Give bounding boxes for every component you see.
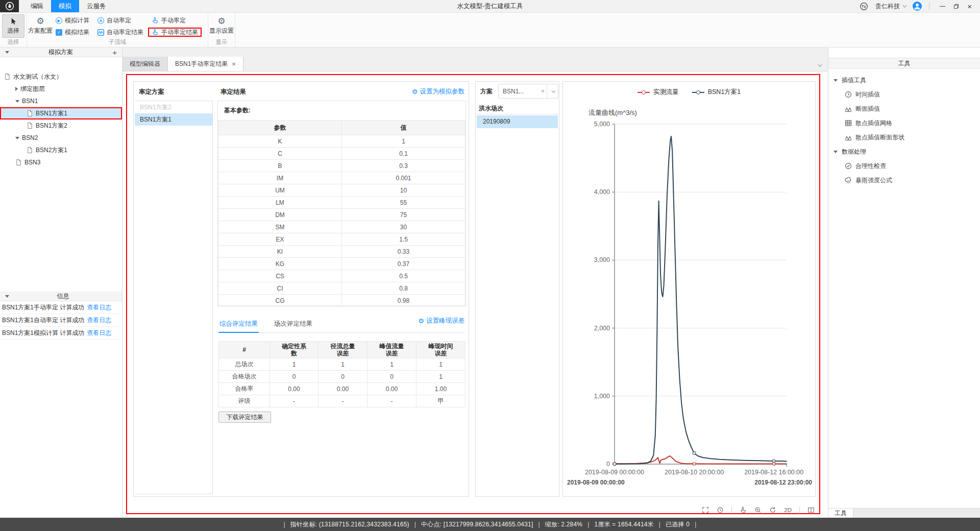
tool-group-数据处理[interactable]: 数据处理 [828,144,980,159]
tree-item-BSN1[interactable]: BSN1 [0,95,122,107]
dropdown-arrow[interactable] [547,84,558,98]
eval-tab-综合评定结果[interactable]: 综合评定结果 [218,318,259,332]
tool-item-暴雨强度公式[interactable]: 暴雨强度公式 [828,173,980,187]
caret-down-icon[interactable] [15,137,19,139]
set-as-sim-params-link[interactable]: ⚙ 设置为模拟参数 [412,87,464,96]
flood-event-20190809[interactable]: 20190809 [477,115,558,128]
display-settings-button[interactable]: ⚙ 显示设置 [210,14,233,38]
column-header: 峰现时间 误差 [416,342,465,358]
menu-item-云服务[interactable]: 云服务 [79,0,114,12]
tool-item-合理性检查[interactable]: 合理性检查 [828,159,980,173]
y-tick-label: 4,000 [594,188,610,196]
plan-select-dropdown[interactable]: BSN1... × [498,84,558,99]
tree-item-BSN3[interactable]: BSN3 [0,156,122,168]
tabbar-chevron-icon[interactable] [818,62,822,66]
tab-BSN1手动率定结果[interactable]: BSN1手动率定结果× [168,57,243,71]
tree-item-BSN2方案1[interactable]: BSN2方案1 [0,144,122,156]
menu-item-模拟[interactable]: 模拟 [51,0,79,12]
table-cell: SM [218,221,342,233]
zoom-in-icon[interactable] [754,506,762,514]
info-panel-title: 信息 [9,292,117,301]
data-marker [772,460,775,463]
sim-calc-button[interactable]: ▶ 模拟计算 [56,16,89,25]
table-row: KI0.33 [218,246,465,258]
eval-tab-场次评定结果[interactable]: 场次评定结果 [273,318,313,332]
toolbar-group-select: 选择 选择 [0,13,27,47]
clear-icon[interactable]: × [539,88,547,95]
view-log-link[interactable]: 查看日志 [87,329,111,337]
tab-模型编辑器[interactable]: 模型编辑器 [122,57,168,71]
sync-status-icon[interactable] [860,2,868,11]
tab-close-icon[interactable]: × [232,60,236,68]
table-cell: CI [218,282,342,295]
company-menu[interactable]: 贵仁科技 [875,2,905,11]
auto-calib-result-button[interactable]: 自动率定结果 [97,28,143,37]
data-marker [693,452,696,455]
restore-button[interactable] [953,4,959,9]
sim-result-button[interactable]: ✓ 模拟结果 [56,28,89,37]
tool-item-时间插值[interactable]: 时间插值 [828,87,980,102]
user-avatar[interactable] [913,2,922,11]
auto-calib-result-label: 自动率定结果 [107,28,143,37]
fullscreen-icon[interactable] [702,506,709,514]
tree-item-BSN1方案2[interactable]: BSN1方案2 [0,119,122,132]
table-cell: 0 [318,371,368,383]
tools-bottom-tab[interactable]: 工具 [828,509,853,518]
tool-item-散点插值网格[interactable]: 散点插值网格 [828,116,980,130]
calib-plan-item-BSN1方案1[interactable]: BSN1方案1 [135,113,212,126]
add-plan-button[interactable]: + [112,49,117,56]
caret-right-icon[interactable] [15,87,18,91]
plan-config-button[interactable]: ⚙ 方案配置 [29,14,52,38]
check-circle-icon [845,162,852,170]
minimize-button[interactable] [940,6,945,7]
tool-group-label: 插值工具 [842,76,866,85]
history-icon[interactable] [717,506,724,514]
info-message: BSN1方案1手动率定 计算成功查看日志 [0,301,122,314]
split-view-icon[interactable] [807,506,815,514]
plan-select-label: 方案 [480,87,493,96]
table-row: IM0.001 [218,172,465,184]
2d-mode-button[interactable]: 2D [784,507,792,513]
tree-item-水文测试（水文）[interactable]: 水文测试（水文） [0,70,122,83]
calib-plan-item-BSN1方案2[interactable]: BSN1方案2 [135,101,212,113]
select-tool-button[interactable]: 选择 [2,14,24,38]
info-panel-header: 信息 [0,292,122,301]
auto-calib-button[interactable]: A 自动率定 [97,16,143,25]
simulation-plan-sidebar: 模拟方案 + 水文测试（水文）绑定图层BSN1BSN1方案1BSN1方案2BSN… [0,47,122,518]
tree-item-BSN2[interactable]: BSN2 [0,132,122,144]
params-table: 参数值 K1C0.1B0.3IM0.001UM10LM55DM75SM30EX1… [218,120,465,307]
tree-item-绑定图层[interactable]: 绑定图层 [0,83,122,95]
chart-range-end: 2019-08-12 23:00:00 [754,479,812,486]
manual-calib-button[interactable]: 手动率定 [152,16,202,25]
tool-item-散点插值断面形状[interactable]: 散点插值断面形状 [828,130,980,144]
collapse-caret-icon[interactable] [5,295,9,298]
circled-a-icon: A [97,17,104,24]
view-log-link[interactable]: 查看日志 [87,303,111,312]
close-button[interactable]: × [967,3,972,10]
flood-events-label: 洪水场次 [479,104,503,113]
pan-hand-icon[interactable] [740,506,747,514]
tree-item-BSN1方案1[interactable]: BSN1方案1 [0,107,122,119]
collapse-caret-icon[interactable] [5,51,9,54]
tool-group-插值工具[interactable]: 插值工具 [828,73,980,87]
gear-icon: ⚙ [217,17,225,26]
flood-events-list: 20190809 [476,114,559,496]
chevron-down-icon [551,88,555,92]
tool-item-断面插值[interactable]: 断面插值 [828,102,980,116]
refresh-icon[interactable] [769,506,776,514]
view-log-link[interactable]: 查看日志 [87,316,111,325]
download-eval-result-button[interactable]: 下载评定结果 [218,412,271,423]
table-cell: CG [218,295,342,307]
status-segment: 指针坐标: (13188715.2162,3432383.4165) [290,520,409,529]
table-cell: 0.00 [318,383,368,395]
menu-item-编辑[interactable]: 编辑 [23,0,51,12]
table-row: KG0.37 [218,258,465,270]
file-icon [27,147,33,154]
group-label-display: 显示 [208,38,235,47]
status-separator: | [695,521,696,528]
table-cell: IM [218,172,342,184]
tree-item-label: BSN1 [22,98,38,105]
caret-down-icon[interactable] [15,100,19,103]
manual-calib-result-button[interactable]: 手动率定结果 [148,28,202,37]
set-peak-error-link[interactable]: ⚙ 设置峰现误差 [418,317,464,325]
